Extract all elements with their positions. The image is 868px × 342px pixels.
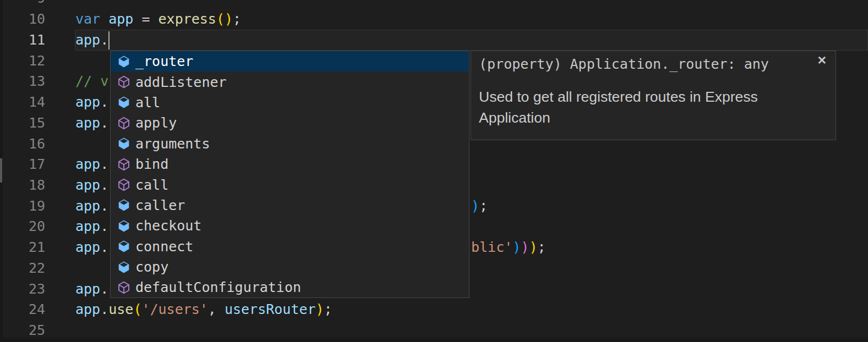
- code-text-fragment[interactable]: blic')));: [471, 237, 546, 258]
- code-token[interactable]: =: [133, 11, 158, 27]
- suggestion-item[interactable]: bind: [111, 154, 469, 174]
- symbol-field-icon: [117, 198, 130, 212]
- code-text[interactable]: app.: [75, 92, 108, 113]
- code-token[interactable]: ): [471, 198, 479, 214]
- left-scrollbar-thumb[interactable]: [0, 158, 2, 183]
- code-token[interactable]: app: [75, 177, 100, 193]
- line-number[interactable]: 19: [0, 196, 45, 217]
- code-token[interactable]: (): [216, 11, 233, 27]
- suggestion-item[interactable]: addListener: [111, 71, 469, 92]
- line-number[interactable]: 10: [0, 9, 45, 30]
- suggestion-item[interactable]: call: [111, 174, 469, 195]
- symbol-field-icon: [117, 261, 130, 274]
- line-number[interactable]: 13: [0, 71, 45, 92]
- code-token[interactable]: app: [108, 11, 133, 27]
- line-number[interactable]: 17: [0, 154, 45, 175]
- code-text[interactable]: app.: [75, 216, 108, 237]
- code-text[interactable]: app.: [75, 30, 108, 51]
- code-line[interactable]: 10var app = express();: [0, 9, 868, 30]
- code-token[interactable]: app: [75, 301, 100, 317]
- code-line[interactable]: 9: [0, 0, 868, 9]
- code-token[interactable]: .: [100, 239, 108, 255]
- code-text-fragment[interactable]: );: [471, 196, 488, 217]
- code-token[interactable]: blic': [471, 239, 512, 255]
- suggestion-item[interactable]: arguments: [111, 134, 469, 154]
- code-token[interactable]: ;: [537, 239, 545, 255]
- code-token[interactable]: app: [75, 198, 100, 214]
- suggestion-item[interactable]: connect: [111, 236, 469, 257]
- code-token[interactable]: ;: [233, 11, 241, 27]
- suggestion-label: call: [135, 177, 168, 193]
- code-token[interactable]: usersRouter: [225, 301, 316, 317]
- code-token[interactable]: .: [100, 301, 108, 317]
- code-token[interactable]: .: [100, 281, 108, 297]
- line-number[interactable]: 16: [0, 134, 45, 155]
- suggestion-label: defaultConfiguration: [135, 279, 301, 295]
- code-token[interactable]: ): [316, 301, 324, 317]
- code-token[interactable]: .: [100, 156, 108, 172]
- code-text[interactable]: var app = express();: [75, 9, 241, 30]
- line-number[interactable]: 14: [0, 92, 45, 113]
- line-number[interactable]: 9: [0, 0, 45, 9]
- code-line[interactable]: 25: [0, 320, 868, 341]
- code-token[interactable]: ): [529, 239, 537, 255]
- suggest-details-signature: (property) Application._router: any: [471, 51, 836, 72]
- code-token[interactable]: express: [159, 11, 216, 27]
- code-text[interactable]: app.: [75, 196, 108, 217]
- line-number[interactable]: 11: [0, 30, 45, 51]
- code-token[interactable]: .: [100, 177, 108, 193]
- code-token[interactable]: (: [133, 301, 141, 317]
- code-token[interactable]: '/users': [141, 301, 208, 317]
- code-token[interactable]: use: [108, 301, 133, 317]
- code-token[interactable]: ): [512, 239, 521, 255]
- code-token[interactable]: .: [100, 32, 108, 48]
- suggestion-item[interactable]: defaultConfiguration: [111, 277, 469, 297]
- code-text[interactable]: app.: [75, 175, 108, 196]
- line-number[interactable]: 21: [0, 237, 45, 258]
- code-line[interactable]: 24app.use('/users', usersRouter);: [0, 299, 868, 320]
- code-token[interactable]: app: [75, 239, 100, 255]
- suggestion-item[interactable]: copy: [111, 257, 469, 277]
- code-text[interactable]: app.: [75, 154, 108, 175]
- code-text[interactable]: // v: [75, 71, 108, 92]
- suggestion-item-selected[interactable]: _router: [111, 51, 469, 71]
- code-token[interactable]: ): [521, 239, 529, 255]
- line-number[interactable]: 20: [0, 216, 45, 237]
- close-icon[interactable]: ✕: [817, 54, 827, 66]
- line-number[interactable]: 18: [0, 175, 45, 196]
- line-number[interactable]: 22: [0, 258, 45, 279]
- suggestion-label: apply: [135, 115, 177, 131]
- code-line[interactable]: 11app.: [0, 30, 868, 51]
- code-token[interactable]: ;: [324, 301, 332, 317]
- symbol-field-icon: [117, 219, 130, 233]
- code-token[interactable]: ,: [208, 301, 225, 317]
- code-token[interactable]: app: [75, 94, 100, 110]
- code-token[interactable]: .: [100, 115, 108, 131]
- code-text[interactable]: app.: [75, 113, 108, 134]
- code-token[interactable]: ;: [479, 198, 488, 214]
- code-token[interactable]: app: [75, 32, 100, 48]
- suggestion-item[interactable]: all: [111, 92, 469, 113]
- code-token[interactable]: app: [75, 218, 100, 234]
- code-token[interactable]: app: [75, 115, 100, 131]
- code-token[interactable]: app: [75, 156, 100, 172]
- line-number[interactable]: 15: [0, 113, 45, 134]
- code-token[interactable]: .: [100, 218, 108, 234]
- code-token[interactable]: app: [75, 281, 100, 297]
- line-number[interactable]: 12: [0, 51, 45, 71]
- code-text[interactable]: app.use('/users', usersRouter);: [75, 299, 332, 320]
- line-number[interactable]: 23: [0, 279, 45, 300]
- line-number[interactable]: 25: [0, 320, 45, 341]
- code-text[interactable]: app.: [75, 237, 108, 258]
- suggest-details-doc: Used to get all registered routes in Exp…: [471, 72, 836, 128]
- suggestion-item[interactable]: apply: [111, 113, 469, 133]
- suggestion-item[interactable]: caller: [111, 195, 469, 216]
- suggestion-item[interactable]: checkout: [111, 216, 469, 236]
- line-number[interactable]: 24: [0, 299, 45, 320]
- code-token[interactable]: .: [100, 198, 108, 214]
- symbol-field-icon: [117, 137, 130, 150]
- code-token[interactable]: // v: [75, 73, 108, 89]
- code-token[interactable]: var: [75, 11, 108, 27]
- code-token[interactable]: .: [100, 94, 108, 110]
- code-text[interactable]: app.: [75, 279, 108, 300]
